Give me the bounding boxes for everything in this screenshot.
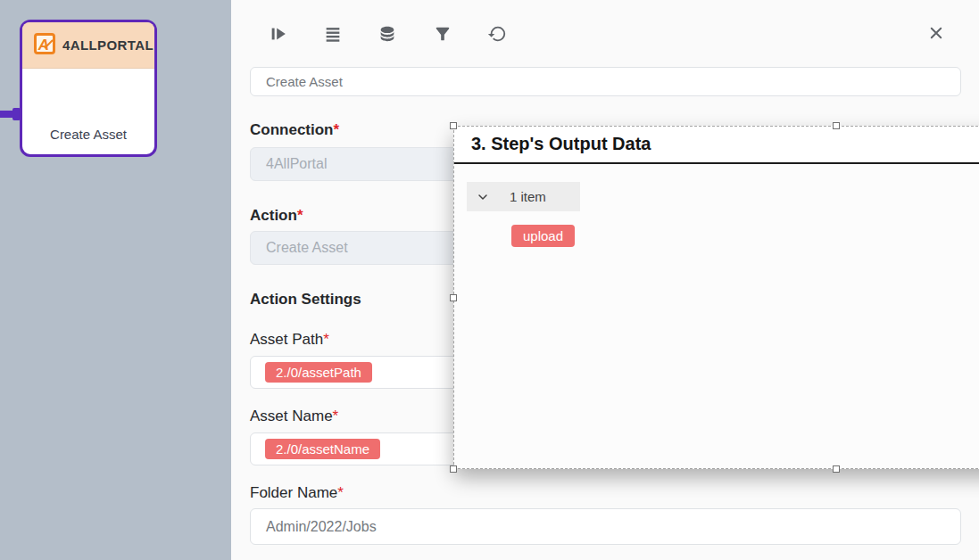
workflow-canvas: A 4ALLPORTAL Create Asset xyxy=(0,0,231,560)
database-icon[interactable] xyxy=(377,24,397,44)
action-label: Action* xyxy=(250,207,303,225)
resize-handle-left-middle[interactable] xyxy=(450,294,457,301)
undo-restore-icon[interactable] xyxy=(487,24,507,44)
step-output-data-panel[interactable]: 3. Step's Output Data 1 item upload xyxy=(453,126,979,469)
action-settings-header: Action Settings xyxy=(250,291,361,309)
resize-handle-bottom-middle[interactable] xyxy=(833,465,840,473)
required-asterisk: * xyxy=(334,121,340,138)
connection-label: Connection* xyxy=(250,121,339,139)
workflow-node-create-asset[interactable]: A 4ALLPORTAL Create Asset xyxy=(20,20,157,157)
step-name-value: Create Asset xyxy=(251,74,343,89)
resize-handle-top-left[interactable] xyxy=(450,122,457,129)
panel-selection-outline xyxy=(453,126,979,469)
output-items-count: 1 item xyxy=(510,189,546,204)
filter-icon[interactable] xyxy=(433,24,452,44)
resume-run-icon[interactable] xyxy=(269,24,288,44)
node-header: A 4ALLPORTAL xyxy=(22,22,154,69)
node-label: Create Asset xyxy=(22,127,154,142)
list-reorder-icon[interactable] xyxy=(323,24,343,44)
resize-handle-bottom-left[interactable] xyxy=(450,465,457,473)
chevron-down-icon xyxy=(476,190,490,204)
step-name-input[interactable]: Create Asset xyxy=(250,67,961,96)
resize-handle-top-middle[interactable] xyxy=(833,122,840,129)
output-upload-token[interactable]: upload xyxy=(511,225,575,247)
output-items-expander[interactable]: 1 item xyxy=(467,182,580,211)
asset-name-token[interactable]: 2./0/assetName xyxy=(265,439,380,459)
asset-path-token[interactable]: 2./0/assetPath xyxy=(265,362,372,383)
required-asterisk: * xyxy=(333,408,339,424)
required-asterisk: * xyxy=(323,331,329,348)
close-icon[interactable] xyxy=(928,25,944,41)
connection-value: 4AllPortal xyxy=(251,156,327,172)
required-asterisk: * xyxy=(337,484,344,501)
app-window: A 4ALLPORTAL Create Asset Create Asset xyxy=(0,0,979,560)
asset-path-label: Asset Path* xyxy=(250,331,329,349)
folder-name-input[interactable]: Admin/2022/Jobs xyxy=(250,508,961,545)
4allportal-logo-icon: A xyxy=(33,32,56,59)
output-panel-header[interactable]: 3. Step's Output Data xyxy=(453,126,979,164)
required-asterisk: * xyxy=(297,207,303,224)
brand-name: 4ALLPORTAL xyxy=(62,37,153,53)
action-value: Create Asset xyxy=(251,240,348,256)
asset-name-label: Asset Name* xyxy=(250,408,338,425)
output-panel-title: 3. Step's Output Data xyxy=(471,134,651,154)
folder-name-value: Admin/2022/Jobs xyxy=(251,519,377,535)
folder-name-label: Folder Name* xyxy=(250,484,344,502)
